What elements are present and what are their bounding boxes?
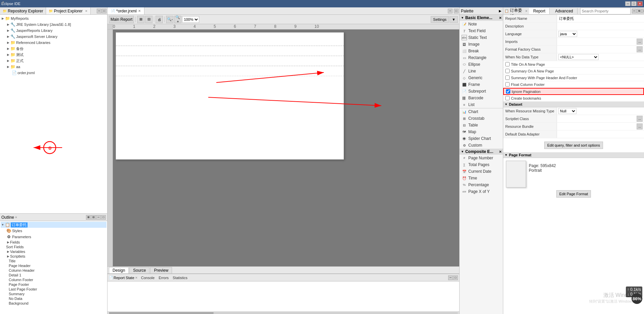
dataset-section-header[interactable]: ▼ Dataset (503, 102, 644, 107)
palette-map[interactable]: 🗺 Map (460, 128, 503, 135)
edit-query-btn[interactable]: Edit query, filter and sort options (544, 142, 603, 149)
view-btn2[interactable]: ⊟ (145, 16, 153, 23)
palette-crosstab[interactable]: ⊞ Crosstab (460, 115, 503, 122)
tree-item-reflibs[interactable]: ▶ 📁 Referenced Libraries (1, 40, 106, 46)
palette-image[interactable]: 🖼 Image (460, 41, 503, 48)
minimize-btn[interactable]: ─ (625, 1, 631, 6)
source-tab[interactable]: Source (129, 267, 149, 273)
summary-on-new-page-checkbox[interactable] (505, 69, 510, 73)
editor-tab-close-btn[interactable]: ✕ (138, 9, 141, 13)
summary-with-header-checkbox[interactable] (505, 75, 510, 80)
language-select[interactable]: java groovy (558, 31, 577, 37)
maximize-explorer-btn[interactable]: □ (102, 9, 106, 13)
outline-colfooter[interactable]: Column Footer (1, 277, 106, 282)
zoom-out-btn[interactable]: 🔍- (166, 16, 173, 23)
resource-bundle-input[interactable] (558, 123, 636, 129)
outline-lastpagefooter[interactable]: Last Page Footer (1, 287, 106, 292)
main-report-btn[interactable]: Main Report (109, 16, 134, 23)
print-btn[interactable]: 🖨 (156, 16, 163, 23)
imports-edit-btn[interactable]: ... (637, 39, 643, 45)
palette-barcode[interactable]: ▌▌ Barcode (460, 95, 503, 101)
palette-custom[interactable]: ⚙ Custom (460, 142, 503, 149)
close-btn[interactable]: ✕ (637, 1, 643, 6)
palette-total-pages[interactable]: ∑ Total Pages (460, 161, 503, 168)
palette-page-xofy[interactable]: #/# Page X of Y (460, 188, 503, 195)
palette-subreport[interactable]: 📄 Subreport (460, 88, 503, 95)
tree-item-jaspersoft[interactable]: ▶ 🔧 Jaspersoft Server Library (1, 34, 106, 40)
palette-percentage[interactable]: % Percentage (460, 181, 503, 188)
float-col-footer-checkbox[interactable] (505, 82, 510, 87)
editor-minimize-btn[interactable]: ─ (448, 9, 453, 13)
description-input[interactable] (558, 23, 643, 29)
imports-input[interactable] (558, 39, 636, 45)
format-factory-input[interactable] (558, 46, 636, 52)
outline-pageheader[interactable]: Page Header (1, 263, 106, 268)
tree-item-formal[interactable]: ▶ 📁 正式 (1, 58, 106, 64)
report-name-input[interactable] (558, 15, 643, 21)
page-format-section-header[interactable]: ▼ Page Format (503, 152, 644, 158)
palette-rectangle[interactable]: ▭ Rectangle (460, 54, 503, 61)
outline-nodata[interactable]: No Data (1, 296, 106, 301)
outline-root[interactable]: ▼ 📋 订单委托 (1, 222, 106, 228)
scriptlet-edit-btn[interactable]: ... (637, 116, 643, 122)
palette-table[interactable]: ⊟ Table (460, 122, 503, 128)
repo-explorer-tab[interactable]: 📁 Repository Explorer (0, 7, 46, 14)
palette-arrow-btn[interactable]: ▶ (499, 9, 502, 13)
outline-background[interactable]: Background (1, 301, 106, 306)
palette-generic[interactable]: ◇ Generic (460, 74, 503, 81)
view-btn1[interactable]: ⊞ (137, 16, 144, 23)
outline-fields[interactable]: ▶ Fields (1, 240, 106, 245)
outline-variables[interactable]: ▶ Variables (1, 249, 106, 254)
basic-elements-header[interactable]: ▼ Basic Eleme... ✕ (460, 15, 503, 21)
outline-styles[interactable]: 🎨 Styles (1, 228, 106, 234)
outline-toolbar-btn1[interactable]: ⊞ (86, 215, 91, 220)
tree-root[interactable]: ▶ 📁 MyReports (1, 15, 106, 21)
zoom-select[interactable]: 100% (182, 16, 199, 23)
palette-statictext[interactable]: abc Static Text (460, 34, 503, 41)
format-factory-edit-btn[interactable]: ... (637, 46, 643, 52)
outline-params[interactable]: ⚙ Parameters (1, 234, 106, 240)
when-no-data-select[interactable]: <NULL> NoPages BlankPage (558, 54, 599, 60)
console-close-icon[interactable]: ✕ (135, 276, 138, 279)
project-explorer-tab[interactable]: 📁 Project Explorer ✕ (46, 7, 90, 14)
outline-scriptlets[interactable]: ▶ Scriptlets (1, 254, 106, 259)
outline-maximize-btn[interactable]: □ (101, 215, 106, 220)
outline-title[interactable]: Title (1, 259, 106, 263)
palette-textfield[interactable]: T Text Field (460, 28, 503, 34)
preview-tab[interactable]: Preview (150, 267, 172, 273)
minimize-explorer-btn[interactable]: ─ (97, 9, 101, 13)
outline-close-icon[interactable]: ✕ (15, 216, 17, 219)
outline-pagefooter[interactable]: Page Footer (1, 282, 106, 287)
palette-chart[interactable]: 📊 Chart (460, 108, 503, 115)
composite-close[interactable]: ✕ (499, 150, 502, 154)
ignore-pagination-checkbox[interactable] (506, 89, 510, 94)
properties-minimize-btn[interactable]: ─ (632, 9, 637, 13)
console-tab-stats[interactable]: Statistics (172, 276, 188, 280)
outline-colheader[interactable]: Column Header (1, 268, 106, 273)
outline-minimize-btn[interactable]: ─ (96, 215, 101, 220)
default-data-adapter-input[interactable] (558, 131, 643, 137)
search-property-input[interactable] (580, 8, 631, 14)
properties-tab-report[interactable]: Report (529, 8, 550, 14)
console-tab-console[interactable]: Console (140, 276, 155, 280)
palette-list[interactable]: ≡ List (460, 101, 503, 108)
palette-page-number[interactable]: # Page Number (460, 155, 503, 161)
tree-item-test[interactable]: ▶ 📁 测试 (1, 52, 106, 58)
properties-close-icon[interactable]: ✕ (525, 9, 528, 13)
basic-elements-close[interactable]: ✕ (499, 16, 502, 20)
outline-detail1[interactable]: Detail 1 (1, 273, 106, 277)
settings-arrow-btn[interactable]: ▼ (449, 16, 458, 23)
create-bookmarks-checkbox[interactable] (505, 96, 510, 100)
editor-maximize-btn[interactable]: □ (454, 9, 459, 13)
palette-spiderchart[interactable]: 🕷 Spider Chart (460, 135, 503, 142)
resource-bundle-edit-btn[interactable]: ... (637, 123, 643, 129)
palette-ellipse[interactable]: ⬭ Ellipse (460, 61, 503, 68)
console-minimize-btn[interactable]: ─ (448, 275, 453, 280)
palette-current-date[interactable]: 📅 Current Date (460, 168, 503, 175)
palette-frame[interactable]: ⬛ Frame (460, 81, 503, 88)
edit-page-format-btn[interactable]: Edit Page Format (556, 190, 591, 198)
console-tab-errors[interactable]: Errors (158, 276, 169, 280)
tree-item-backup[interactable]: ▶ 📁 备份 (1, 46, 106, 52)
maximize-btn[interactable]: □ (631, 1, 637, 6)
outline-sortfields[interactable]: Sort Fields (1, 245, 106, 249)
